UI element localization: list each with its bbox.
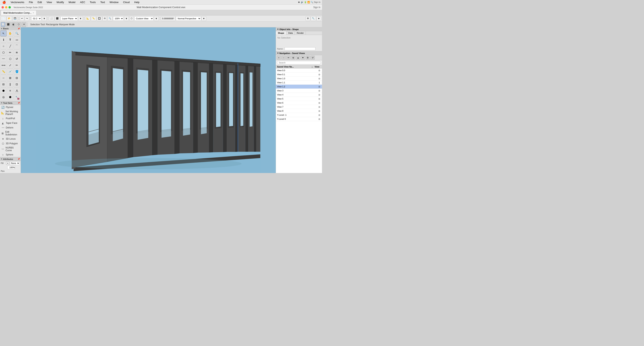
- nav-item-view-4[interactable]: View 4 ⊡: [276, 93, 322, 97]
- window-tool[interactable]: ⬢: [0, 88, 6, 94]
- render-btn[interactable]: ⬡: [129, 16, 134, 21]
- view-mode-btn[interactable]: ▼: [154, 16, 159, 21]
- menu-help[interactable]: Help: [134, 1, 140, 4]
- menu-modify[interactable]: Modify: [56, 1, 65, 4]
- toolset-push-pull[interactable]: ↕ PushPull: [0, 116, 21, 121]
- stamp-tool[interactable]: ⊟: [14, 75, 20, 81]
- nav-search-input[interactable]: [277, 61, 321, 64]
- tab-close-button[interactable]: ×: [33, 12, 34, 14]
- menu-aec[interactable]: AEC: [79, 1, 86, 4]
- nav-item-view-1-0[interactable]: View 1.0 ⊡: [276, 76, 322, 80]
- info-tool[interactable]: ℹ: [0, 37, 6, 43]
- object-info-close[interactable]: ✕: [277, 28, 278, 30]
- layer-icon2[interactable]: ⬛: [54, 16, 60, 21]
- menu-vectorworks[interactable]: Vectorworks: [10, 1, 25, 4]
- apple-menu[interactable]: 🍎: [2, 0, 7, 4]
- select-tool[interactable]: ↖: [0, 30, 6, 36]
- nav-settings-btn[interactable]: ⚙: [306, 56, 310, 60]
- toolset-taper-face[interactable]: ◭ Taper Face: [0, 121, 21, 125]
- view-select[interactable]: 02-2: [31, 16, 42, 21]
- title-bar-actions[interactable]: Sign In: [313, 6, 320, 9]
- floor-tool[interactable]: ⊟: [0, 81, 6, 87]
- arc-tool[interactable]: ⌒: [14, 43, 20, 49]
- snap-btn5[interactable]: 🔍: [107, 16, 113, 21]
- rotate-tool[interactable]: ↺: [14, 56, 20, 62]
- door-tool[interactable]: ⊡: [14, 81, 20, 87]
- mode-btn-4[interactable]: ⬡: [16, 22, 21, 27]
- tab-shape[interactable]: Shape: [276, 31, 286, 35]
- attrs-close[interactable]: ✕: [1, 158, 2, 160]
- mode-btn-5[interactable]: ✕: [22, 22, 26, 27]
- attrs-pin[interactable]: 📌: [18, 158, 20, 160]
- text-tool[interactable]: T: [7, 37, 13, 43]
- nav-up-btn[interactable]: ▲: [296, 56, 300, 60]
- dim-tool[interactable]: ↔: [0, 75, 6, 81]
- nav-add-btn[interactable]: +: [277, 56, 281, 60]
- toolset-3d-polygon[interactable]: ⬡ 3D Polygon: [0, 141, 21, 146]
- object-name-input[interactable]: [284, 47, 316, 50]
- close-button[interactable]: [2, 6, 4, 8]
- roof-tool[interactable]: ⋀: [14, 88, 20, 94]
- toolset-edit-subdivision[interactable]: ⊞ Edit Subdivision: [0, 130, 21, 136]
- clip-tool[interactable]: ✂: [14, 62, 20, 68]
- document-tab[interactable]: Wall Moderinzation Comp... ×: [1, 10, 36, 15]
- nav-down-btn[interactable]: ▼: [301, 56, 305, 60]
- custom1-tool[interactable]: ◎: [0, 94, 6, 100]
- basic-close-btn[interactable]: ✕: [1, 28, 2, 30]
- zoom-tool[interactable]: 🔍: [14, 30, 20, 36]
- fill-x-icon[interactable]: ✕: [6, 162, 9, 165]
- toolset-sphere[interactable]: ○ Sphere: [0, 152, 21, 157]
- menu-cloud[interactable]: Cloud: [122, 1, 130, 4]
- more-btn[interactable]: ▼: [316, 16, 321, 21]
- badge-tool[interactable]: 🔧11: [14, 94, 20, 100]
- menu-tools[interactable]: Tools: [89, 1, 96, 4]
- toolset-3d-locus[interactable]: ✦ 3D Locus: [0, 136, 21, 141]
- layer-plane-select[interactable]: Layer Plane: [60, 16, 78, 21]
- nav-refresh-btn[interactable]: ↺: [310, 56, 315, 60]
- nav-item-view-0-0[interactable]: View 0.0 ⊡: [276, 68, 322, 72]
- pan-tool[interactable]: ✋: [7, 30, 13, 36]
- nav-item-view-0-1[interactable]: View 0.1 ⊡: [276, 72, 322, 76]
- nav-item-view-1-2[interactable]: View 1.2 ⊡: [276, 85, 322, 89]
- nav-item-y-level-neg1[interactable]: Y-Level -1 ⊡: [276, 113, 322, 117]
- fill-opacity-input[interactable]: [7, 166, 15, 169]
- toolset-deform[interactable]: 〰 Deform: [0, 125, 21, 130]
- tab-data[interactable]: Data: [286, 31, 295, 35]
- reshape-tool[interactable]: ⬡: [7, 56, 13, 62]
- freehand-tool[interactable]: ✏: [7, 49, 13, 56]
- menu-edit[interactable]: Edit: [37, 1, 43, 4]
- rect-tool[interactable]: ▭: [14, 37, 20, 43]
- bezier-tool[interactable]: ≋: [14, 49, 20, 56]
- menu-file[interactable]: File: [28, 1, 34, 4]
- new-button[interactable]: 📄: [1, 16, 6, 21]
- menu-view[interactable]: View: [46, 1, 53, 4]
- snap-btn[interactable]: 📐: [85, 16, 90, 21]
- redo-button[interactable]: ↪: [25, 16, 29, 21]
- zoom-select[interactable]: 100%: [113, 16, 124, 21]
- save-button[interactable]: 💾: [12, 16, 18, 21]
- sign-in[interactable]: Sign In: [313, 6, 320, 9]
- nav-item-view-3[interactable]: View 3 ⊡: [276, 89, 322, 93]
- circle-tool[interactable]: ○: [0, 43, 6, 49]
- nav-edit-btn[interactable]: ✏: [286, 56, 290, 60]
- menu-window[interactable]: Window: [109, 1, 119, 4]
- perspective-btn[interactable]: ▼: [202, 16, 206, 21]
- display-btn[interactable]: 🔧: [310, 16, 316, 21]
- tab-render[interactable]: Render: [295, 31, 306, 35]
- window-controls[interactable]: Vectorworks Design Suite 2022: [2, 6, 43, 8]
- coord-btn[interactable]: 0.00000000°: [161, 16, 176, 21]
- layer-icon[interactable]: ⬜: [49, 16, 54, 21]
- offset-tool[interactable]: ⤢: [7, 62, 13, 68]
- basic-pin-btn[interactable]: 📌: [18, 28, 20, 30]
- poly-tool[interactable]: ⬠: [0, 49, 6, 56]
- nav-item-view-6[interactable]: View 6 ⊡: [276, 101, 322, 105]
- fill-select[interactable]: None: [10, 162, 20, 165]
- stair-tool[interactable]: ≡: [7, 88, 13, 94]
- viewport[interactable]: [21, 28, 276, 173]
- settings-btn[interactable]: ⚙: [306, 16, 310, 21]
- mirror-tool[interactable]: ⟺: [0, 62, 6, 68]
- mode-btn-3[interactable]: ◧: [11, 22, 16, 27]
- snap-btn4[interactable]: ⟲: [102, 16, 107, 21]
- minimize-button[interactable]: [5, 6, 7, 8]
- custom2-tool[interactable]: ⬟: [7, 94, 13, 100]
